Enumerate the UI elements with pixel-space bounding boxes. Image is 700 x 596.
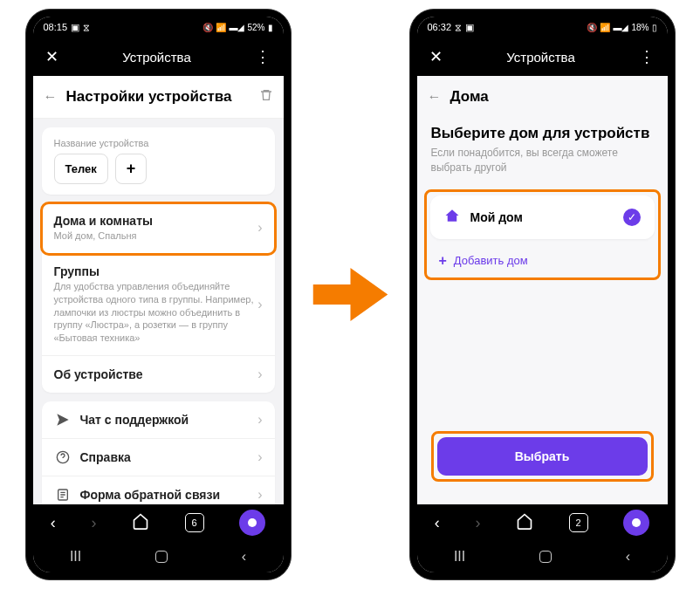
homes-rooms-sub: Мой дом, Спальня: [54, 229, 258, 243]
alice-icon[interactable]: [623, 510, 649, 536]
settings-card: Дома и комнаты Мой дом, Спальня › Группы…: [42, 203, 275, 393]
chevron-right-icon: ›: [257, 412, 262, 428]
camera-icon: ▣: [465, 22, 474, 33]
chat-icon: [54, 413, 72, 427]
appbar: ✕ Устройства ⋮: [33, 38, 284, 76]
close-icon[interactable]: ✕: [429, 47, 443, 66]
help-icon: [54, 450, 72, 464]
battery-icon: ▯: [652, 23, 657, 32]
help-row[interactable]: Справка ›: [42, 439, 275, 476]
about-title: Об устройстве: [54, 367, 258, 381]
feedback-title: Форма обратной связи: [80, 488, 258, 502]
homes-list-highlight: Мой дом ✓ + Добавить дом: [424, 189, 661, 280]
appbar: ✕ Устройства ⋮: [417, 38, 668, 76]
back-button-icon[interactable]: ‹: [626, 549, 630, 565]
home-button-icon[interactable]: [539, 551, 552, 563]
home-option-row[interactable]: Мой дом ✓: [430, 195, 655, 239]
screen-right: 06:32 ⧖ ▣ 🔇 📶 ▬◢ 18% ▯ ✕ Устройства ⋮ ← …: [417, 17, 668, 572]
alice-icon[interactable]: [239, 510, 265, 536]
select-home-sub: Если понадобится, вы всегда сможете выбр…: [417, 146, 668, 184]
chat-title: Чат с поддержкой: [80, 413, 258, 427]
close-icon[interactable]: ✕: [45, 47, 58, 66]
status-time: 08:15: [44, 22, 68, 32]
trash-icon[interactable]: [259, 88, 273, 106]
battery-pct: 52%: [247, 23, 264, 32]
statusbar: 08:15 ▣ ⧖ 🔇 📶 ▬◢ 52% ▮: [33, 17, 284, 38]
signal-icon: ▬◢: [229, 23, 244, 32]
appbar-title: Устройства: [506, 50, 574, 65]
page-title: Настройки устройства: [66, 88, 250, 106]
content: ← Дома Выберите дом для устройств Если п…: [417, 76, 668, 504]
select-home-title: Выберите дом для устройств: [417, 111, 668, 146]
mute-icon: 🔇: [587, 23, 597, 32]
alarm-icon: ⧖: [83, 22, 90, 33]
device-name-chip[interactable]: Телек: [54, 154, 108, 184]
nav-forward-icon[interactable]: ›: [475, 514, 480, 532]
status-time: 06:32: [428, 22, 452, 32]
chevron-right-icon: ›: [257, 487, 262, 503]
statusbar: 06:32 ⧖ ▣ 🔇 📶 ▬◢ 18% ▯: [417, 17, 668, 38]
chat-row[interactable]: Чат с поддержкой ›: [42, 401, 275, 439]
phone-right: 06:32 ⧖ ▣ 🔇 📶 ▬◢ 18% ▯ ✕ Устройства ⋮ ← …: [409, 9, 676, 580]
signal-icon: ▬◢: [613, 23, 628, 32]
help-title: Справка: [80, 450, 258, 464]
chevron-right-icon: ›: [257, 449, 262, 465]
tabs-count[interactable]: 6: [185, 513, 204, 532]
wifi-icon: 📶: [600, 23, 610, 32]
system-navbar: III ‹: [417, 541, 668, 572]
system-navbar: III ‹: [33, 541, 284, 572]
groups-title: Группы: [54, 264, 258, 278]
chevron-right-icon: ›: [257, 297, 262, 312]
more-icon[interactable]: ⋮: [639, 47, 655, 66]
add-home-label: Добавить дом: [454, 254, 528, 267]
select-button[interactable]: Выбрать: [437, 437, 648, 476]
groups-row[interactable]: Группы Для удобства управления объединяй…: [42, 254, 275, 356]
device-name-card: Название устройства Телек +: [42, 127, 275, 195]
home-icon: [444, 208, 460, 227]
add-name-button[interactable]: +: [115, 154, 148, 184]
nav-back-icon[interactable]: ‹: [435, 514, 440, 532]
chevron-right-icon: ›: [257, 220, 262, 236]
device-name-label: Название устройства: [54, 138, 263, 148]
browser-bar: ‹ › 6: [33, 504, 284, 541]
primary-button-highlight: Выбрать: [431, 431, 654, 482]
appbar-title: Устройства: [122, 50, 190, 65]
home-icon[interactable]: [516, 512, 533, 533]
feedback-row[interactable]: Форма обратной связи ›: [42, 476, 275, 504]
groups-sub: Для удобства управления объединяйте устр…: [54, 280, 258, 345]
more-icon[interactable]: ⋮: [255, 47, 271, 66]
chevron-right-icon: ›: [257, 367, 262, 382]
recent-icon[interactable]: III: [454, 549, 465, 565]
support-card: Чат с поддержкой › Справка › Форма обрат…: [42, 401, 275, 504]
arrow-icon: [309, 253, 392, 336]
homes-rooms-row[interactable]: Дома и комнаты Мой дом, Спальня ›: [42, 203, 275, 254]
page-title: Дома: [450, 88, 657, 106]
back-icon[interactable]: ←: [44, 89, 58, 105]
about-row[interactable]: Об устройстве ›: [42, 356, 275, 393]
nav-back-icon[interactable]: ‹: [51, 514, 56, 532]
recent-icon[interactable]: III: [70, 549, 81, 565]
page-header: ← Дома: [417, 76, 668, 111]
tabs-count[interactable]: 2: [569, 513, 588, 532]
battery-icon: ▮: [268, 23, 273, 32]
page-header: ← Настройки устройства: [33, 76, 284, 119]
camera-icon: ▣: [71, 22, 79, 33]
phone-left: 08:15 ▣ ⧖ 🔇 📶 ▬◢ 52% ▮ ✕ Устройства ⋮ ← …: [25, 9, 292, 580]
battery-pct: 18%: [631, 23, 649, 32]
home-option-label: Мой дом: [470, 210, 613, 224]
mute-icon: 🔇: [202, 23, 213, 32]
content: ← Настройки устройства Название устройст…: [33, 76, 284, 504]
back-icon[interactable]: ←: [428, 89, 442, 105]
browser-bar: ‹ › 2: [417, 504, 668, 541]
back-button-icon[interactable]: ‹: [242, 549, 246, 565]
home-button-icon[interactable]: [155, 551, 168, 563]
homes-rooms-title: Дома и комнаты: [54, 214, 258, 228]
wifi-icon: 📶: [216, 23, 226, 32]
home-icon[interactable]: [132, 512, 149, 533]
nav-forward-icon[interactable]: ›: [91, 514, 96, 532]
plus-icon: +: [439, 253, 447, 269]
form-icon: [54, 488, 72, 502]
alarm-icon: ⧖: [455, 22, 462, 33]
check-icon: ✓: [623, 209, 641, 226]
add-home-row[interactable]: + Добавить дом: [430, 248, 655, 274]
